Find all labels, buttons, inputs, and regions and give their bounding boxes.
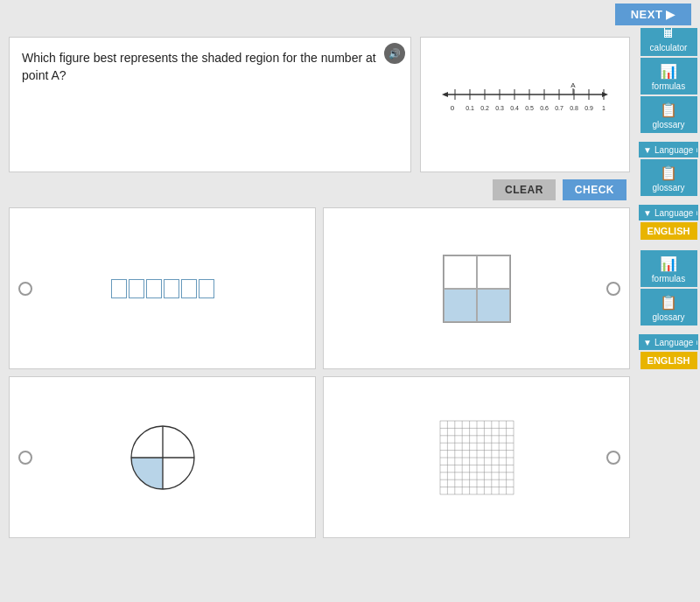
svg-text:0.7: 0.7 xyxy=(555,105,564,111)
english-button-1[interactable]: ENGLISH xyxy=(640,222,697,240)
bar-cell xyxy=(164,279,179,298)
bar-cell xyxy=(111,279,127,298)
choice-card-d[interactable] xyxy=(323,376,630,538)
bar-cell xyxy=(181,279,197,298)
choice-card-a[interactable] xyxy=(9,207,316,369)
radio-c[interactable] xyxy=(18,451,32,465)
svg-text:0.2: 0.2 xyxy=(480,105,489,111)
question-text: Which figure best represents the shaded … xyxy=(22,50,398,84)
grid-cell xyxy=(477,289,510,322)
question-box: Which figure best represents the shaded … xyxy=(9,37,411,172)
glossary-icon-2: 📋 xyxy=(660,164,677,181)
bar-cell xyxy=(129,279,144,298)
circle-svg xyxy=(123,418,202,497)
svg-text:0.8: 0.8 xyxy=(570,105,578,111)
grid-cell xyxy=(477,256,510,289)
svg-text:A: A xyxy=(570,81,576,89)
grid-cell xyxy=(444,289,477,322)
grid-2x2 xyxy=(443,255,511,323)
clear-button[interactable]: CLEAR xyxy=(493,179,556,200)
svg-text:0: 0 xyxy=(451,104,455,112)
language-header-2: ▼ Language i xyxy=(639,205,698,220)
triangle-icon-4: ▼ xyxy=(643,338,652,347)
formulas-icon-2: 📊 xyxy=(660,256,677,272)
bar-figure xyxy=(111,279,214,298)
formulas-button[interactable]: 📊 formulas xyxy=(640,58,697,94)
choices-grid xyxy=(9,207,630,538)
choice-card-b[interactable] xyxy=(323,207,630,369)
glossary-button-3[interactable]: 📋 glossary xyxy=(640,289,697,326)
svg-text:0.4: 0.4 xyxy=(510,105,519,111)
sidebar-language-section-1: ▼ Language i 📋 glossary xyxy=(637,138,700,201)
grid-cell xyxy=(444,256,477,289)
question-section: Which figure best represents the shaded … xyxy=(9,37,630,172)
audio-icon: 🔊 xyxy=(388,48,401,60)
language-header-1: ▼ Language i xyxy=(639,142,698,158)
top-bar: NEXT ▶ xyxy=(0,0,700,28)
sidebar-language-section-2: ▼ Language i ENGLISH xyxy=(637,201,700,245)
svg-text:0.6: 0.6 xyxy=(540,105,549,111)
triangle-icon-3: ▼ xyxy=(643,208,652,218)
large-grid-svg xyxy=(438,419,515,496)
svg-marker-1 xyxy=(442,92,448,97)
figure-d xyxy=(324,377,629,537)
formulas-icon: 📊 xyxy=(660,63,677,80)
svg-text:0.9: 0.9 xyxy=(584,105,593,111)
info-icon-3: i xyxy=(696,337,697,347)
formulas-button-2[interactable]: 📊 formulas xyxy=(640,250,697,287)
audio-button[interactable]: 🔊 xyxy=(384,43,405,64)
info-icon: i xyxy=(696,144,697,155)
main-content: Which figure best represents the shaded … xyxy=(0,28,639,602)
sidebar-language-section-3: ▼ Language i ENGLISH xyxy=(637,331,700,374)
sidebar-formulas-section: 📊 formulas 📋 glossary xyxy=(637,245,700,331)
svg-text:0.5: 0.5 xyxy=(525,105,534,111)
number-line-box: 0 0.1 0.2 0.3 0.4 0.5 0.6 0.7 0.8 0.9 1 … xyxy=(420,37,630,172)
number-line-container: 0 0.1 0.2 0.3 0.4 0.5 0.6 0.7 0.8 0.9 1 … xyxy=(438,77,612,132)
svg-text:0.3: 0.3 xyxy=(495,105,504,111)
language-header-3: ▼ Language i xyxy=(639,334,698,350)
action-row: CLEAR CHECK xyxy=(9,179,630,200)
glossary-button-2[interactable]: 📋 glossary xyxy=(640,159,697,196)
info-icon-2: i xyxy=(696,207,697,218)
glossary-icon-3: 📋 xyxy=(660,294,677,311)
radio-a[interactable] xyxy=(18,282,32,296)
svg-text:0.1: 0.1 xyxy=(466,105,474,111)
next-button[interactable]: NEXT ▶ xyxy=(615,4,691,25)
bar-cell xyxy=(199,279,214,298)
figure-a xyxy=(10,208,315,368)
figure-c xyxy=(10,377,315,537)
figure-b xyxy=(324,208,629,368)
check-button[interactable]: CHECK xyxy=(563,179,626,200)
choice-card-c[interactable] xyxy=(9,376,316,538)
triangle-icon-2: ▼ xyxy=(643,145,652,155)
svg-text:1: 1 xyxy=(602,105,606,111)
glossary-icon: 📋 xyxy=(660,102,677,118)
radio-d[interactable] xyxy=(606,451,620,465)
english-button-2[interactable]: ENGLISH xyxy=(640,352,697,369)
bar-cell xyxy=(146,279,162,298)
glossary-button[interactable]: 📋 glossary xyxy=(640,96,697,133)
radio-b[interactable] xyxy=(606,282,620,296)
number-line-svg: 0 0.1 0.2 0.3 0.4 0.5 0.6 0.7 0.8 0.9 1 … xyxy=(438,77,612,130)
svg-marker-2 xyxy=(602,92,608,97)
sidebar: ▼ 📋 Reference 🖩 calculator 📊 formulas 📋 … xyxy=(637,0,700,602)
